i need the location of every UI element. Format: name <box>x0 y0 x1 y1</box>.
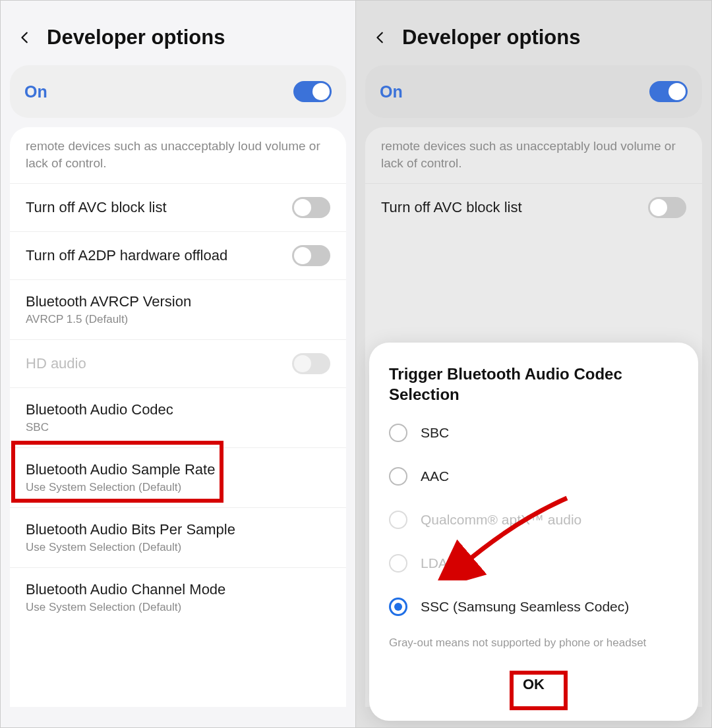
row-bt-channel-mode[interactable]: Bluetooth Audio Channel Mode Use System … <box>10 567 346 627</box>
master-toggle[interactable] <box>649 81 688 102</box>
option-label: Qualcomm® aptX™ audio <box>421 512 581 528</box>
back-icon[interactable] <box>373 30 388 45</box>
master-toggle-row[interactable]: On <box>365 65 702 118</box>
codec-option-sbc[interactable]: SBC <box>389 411 678 455</box>
row-title: Turn off A2DP hardware offload <box>26 247 292 264</box>
radio-icon <box>389 554 407 573</box>
row-title: Bluetooth AVRCP Version <box>26 293 330 310</box>
toggle-avc-blocklist[interactable] <box>292 197 330 218</box>
row-bt-sample-rate[interactable]: Bluetooth Audio Sample Rate Use System S… <box>10 447 346 507</box>
row-title: Bluetooth Audio Bits Per Sample <box>26 521 330 538</box>
row-title: HD audio <box>26 355 292 372</box>
row-avrcp-version[interactable]: Bluetooth AVRCP Version AVRCP 1.5 (Defau… <box>10 279 346 339</box>
codec-option-aptx: Qualcomm® aptX™ audio <box>389 498 678 542</box>
toggle-avc-blocklist[interactable] <box>648 197 686 218</box>
row-avc-blocklist[interactable]: Turn off AVC block list <box>10 183 346 231</box>
pane-left: Developer options On remote devices such… <box>1 1 356 728</box>
page-title: Developer options <box>47 26 225 49</box>
row-sub: AVRCP 1.5 (Default) <box>26 313 330 326</box>
modal-title: Trigger Bluetooth Audio Codec Selection <box>389 364 678 405</box>
modal-note: Gray-out means not supported by phone or… <box>389 636 678 650</box>
back-icon[interactable] <box>18 30 32 45</box>
codec-option-ssc[interactable]: SSC (Samsung Seamless Codec) <box>389 585 678 629</box>
codec-selection-modal: Trigger Bluetooth Audio Codec Selection … <box>369 343 698 721</box>
row-title: Bluetooth Audio Channel Mode <box>26 581 330 598</box>
row-title: Bluetooth Audio Codec <box>26 401 330 418</box>
option-label: SSC (Samsung Seamless Codec) <box>421 599 629 615</box>
row-hd-audio: HD audio <box>10 339 346 387</box>
row-a2dp-offload[interactable]: Turn off A2DP hardware offload <box>10 231 346 279</box>
row-avc-blocklist[interactable]: Turn off AVC block list <box>365 183 702 231</box>
row-sub: Use System Selection (Default) <box>26 601 330 614</box>
header: Developer options <box>1 1 355 65</box>
row-title: Bluetooth Audio Sample Rate <box>26 461 330 478</box>
row-sub: Use System Selection (Default) <box>26 541 330 554</box>
row-sub: Use System Selection (Default) <box>26 481 330 494</box>
header: Developer options <box>356 1 711 65</box>
master-toggle[interactable] <box>293 81 332 102</box>
radio-icon <box>389 424 407 442</box>
page-title: Developer options <box>402 26 580 49</box>
row-title: Turn off AVC block list <box>381 199 648 216</box>
radio-icon <box>389 598 407 616</box>
master-toggle-row[interactable]: On <box>10 65 346 118</box>
radio-icon <box>389 467 407 486</box>
master-toggle-label: On <box>380 82 403 101</box>
toggle-hd-audio <box>292 353 330 374</box>
row-sub: SBC <box>26 421 330 434</box>
master-toggle-label: On <box>24 82 47 101</box>
option-label: SBC <box>421 425 449 441</box>
option-label: AAC <box>421 468 449 484</box>
ok-button[interactable]: OK <box>508 668 559 701</box>
radio-icon <box>389 511 407 529</box>
row-title: Turn off AVC block list <box>26 199 292 216</box>
toggle-a2dp-offload[interactable] <box>292 245 330 266</box>
row-bt-bits-per-sample[interactable]: Bluetooth Audio Bits Per Sample Use Syst… <box>10 507 346 567</box>
section-desc: remote devices such as unacceptably loud… <box>365 127 702 183</box>
pane-right: Developer options On remote devices such… <box>356 1 711 728</box>
codec-option-ldac: LDAC <box>389 542 678 585</box>
row-bt-audio-codec[interactable]: Bluetooth Audio Codec SBC <box>10 387 346 447</box>
codec-option-aac[interactable]: AAC <box>389 455 678 498</box>
section-desc: remote devices such as unacceptably loud… <box>10 127 346 183</box>
option-label: LDAC <box>421 555 458 571</box>
settings-card: remote devices such as unacceptably loud… <box>10 127 346 707</box>
